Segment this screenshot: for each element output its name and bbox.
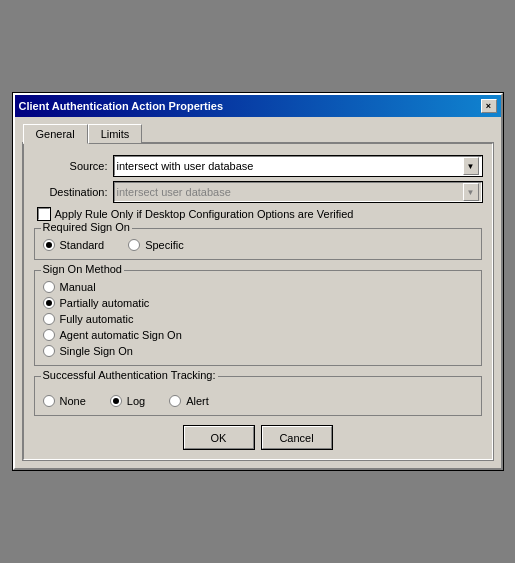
destination-value: intersect user database <box>117 186 463 198</box>
dialog-content: General Limits Source: intersect with us… <box>15 117 501 468</box>
auth-tracking-title: Successful Authentication Tracking: <box>41 369 218 381</box>
sign-on-option-3: Agent automatic Sign On <box>43 329 473 341</box>
destination-dropdown-arrow: ▼ <box>463 183 479 201</box>
dialog: Client Authentication Action Properties … <box>13 93 503 470</box>
source-select[interactable]: intersect with user database ▼ <box>114 156 482 176</box>
source-dropdown-arrow[interactable]: ▼ <box>463 157 479 175</box>
sign-on-option-1: Partially automatic <box>43 297 473 309</box>
sign-on-method-title: Sign On Method <box>41 263 125 275</box>
standard-label: Standard <box>60 239 105 251</box>
source-row: Source: intersect with user database ▼ <box>34 156 482 176</box>
ok-button[interactable]: OK <box>184 426 254 449</box>
apply-rule-checkbox[interactable] <box>38 208 50 220</box>
alert-radio[interactable] <box>169 395 181 407</box>
partially-auto-label: Partially automatic <box>60 297 150 309</box>
manual-label: Manual <box>60 281 96 293</box>
tab-general[interactable]: General <box>23 124 88 144</box>
alert-label: Alert <box>186 395 209 407</box>
none-radio[interactable] <box>43 395 55 407</box>
required-sign-on-options: Standard Specific <box>43 231 473 251</box>
source-label: Source: <box>34 160 114 172</box>
auth-tracking-options: None Log Alert <box>43 387 473 407</box>
sign-on-option-2: Fully automatic <box>43 313 473 325</box>
checkbox-row: Apply Rule Only if Desktop Configuration… <box>38 208 482 220</box>
fully-auto-label: Fully automatic <box>60 313 134 325</box>
agent-auto-label: Agent automatic Sign On <box>60 329 182 341</box>
none-option: None <box>43 395 86 407</box>
specific-label: Specific <box>145 239 184 251</box>
sign-on-option-0: Manual <box>43 281 473 293</box>
tab-bar: General Limits <box>23 123 493 143</box>
tab-limits[interactable]: Limits <box>88 124 143 144</box>
specific-radio[interactable] <box>128 239 140 251</box>
single-sign-on-radio[interactable] <box>43 345 55 357</box>
none-label: None <box>60 395 86 407</box>
source-value: intersect with user database <box>117 160 463 172</box>
sign-on-option-4: Single Sign On <box>43 345 473 357</box>
destination-label: Destination: <box>34 186 114 198</box>
log-radio[interactable] <box>110 395 122 407</box>
required-sign-on-title: Required Sign On <box>41 221 132 233</box>
log-label: Log <box>127 395 145 407</box>
specific-option: Specific <box>128 239 184 251</box>
standard-option: Standard <box>43 239 105 251</box>
alert-option: Alert <box>169 395 209 407</box>
fully-auto-radio[interactable] <box>43 313 55 325</box>
title-bar: Client Authentication Action Properties … <box>15 95 501 117</box>
button-row: OK Cancel <box>34 426 482 449</box>
agent-auto-radio[interactable] <box>43 329 55 341</box>
close-button[interactable]: × <box>481 99 497 113</box>
destination-select: intersect user database ▼ <box>114 182 482 202</box>
tab-panel-general: Source: intersect with user database ▼ D… <box>23 143 493 460</box>
dialog-title: Client Authentication Action Properties <box>19 100 224 112</box>
checkbox-label: Apply Rule Only if Desktop Configuration… <box>55 208 354 220</box>
standard-radio[interactable] <box>43 239 55 251</box>
cancel-button[interactable]: Cancel <box>262 426 332 449</box>
partially-auto-radio[interactable] <box>43 297 55 309</box>
title-bar-buttons: × <box>481 99 497 113</box>
destination-row: Destination: intersect user database ▼ <box>34 182 482 202</box>
log-option: Log <box>110 395 145 407</box>
manual-radio[interactable] <box>43 281 55 293</box>
single-sign-on-label: Single Sign On <box>60 345 133 357</box>
